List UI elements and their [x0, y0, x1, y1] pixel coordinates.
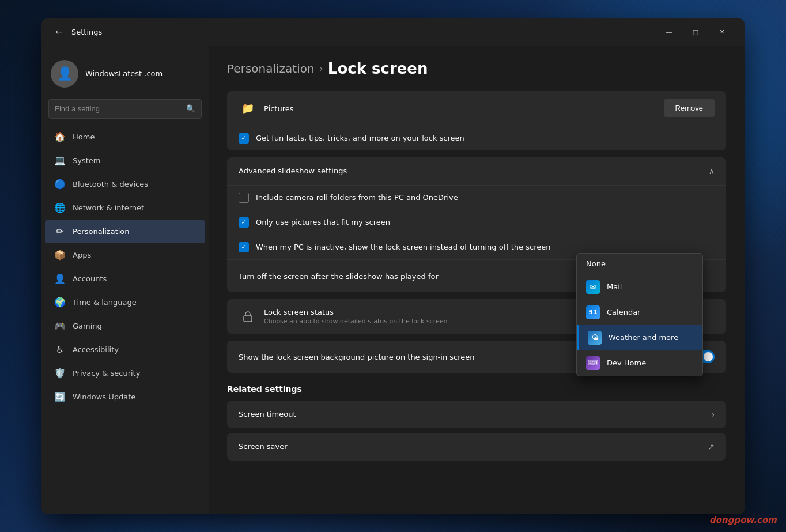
- slideshow-chevron: ∧: [709, 167, 715, 176]
- maximize-icon: □: [693, 28, 698, 36]
- sidebar: 👤 WindowsLatest .com 🔍 🏠 Home 💻 System 🔵…: [41, 46, 209, 514]
- screen-timeout-row[interactable]: Screen timeout ›: [227, 401, 726, 428]
- fun-facts-label: Get fun facts, tips, tricks, and more on…: [256, 134, 464, 142]
- sidebar-item-update[interactable]: 🔄 Windows Update: [45, 386, 205, 409]
- slideshow-header[interactable]: Advanced slideshow settings ∧: [227, 157, 726, 186]
- search-box[interactable]: 🔍: [48, 99, 202, 119]
- dropdown-devhome[interactable]: ⌨ Dev Home: [577, 350, 702, 376]
- nav-icon-privacy: 🛡️: [54, 368, 66, 379]
- pictures-section: 📁 Pictures Remove Get fun facts, tips, t…: [227, 91, 726, 150]
- dropdown-devhome-label: Dev Home: [607, 359, 646, 367]
- nav-label-accessibility: Accessibility: [73, 345, 119, 354]
- related-settings-header: Related settings: [227, 384, 726, 394]
- nav-icon-apps: 📦: [54, 250, 66, 261]
- minimize-icon: —: [666, 28, 672, 36]
- close-icon: ✕: [719, 28, 724, 36]
- screen-saver-label: Screen saver: [239, 442, 708, 451]
- main-layout: 👤 WindowsLatest .com 🔍 🏠 Home 💻 System 🔵…: [41, 46, 745, 514]
- sidebar-item-time[interactable]: 🌍 Time & language: [45, 291, 205, 314]
- settings-window: ← Settings — □ ✕ 👤 WindowsLatest .com: [41, 18, 745, 514]
- sidebar-item-bluetooth[interactable]: 🔵 Bluetooth & devices: [45, 173, 205, 196]
- sidebar-item-system[interactable]: 💻 System: [45, 149, 205, 172]
- sidebar-item-apps[interactable]: 📦 Apps: [45, 244, 205, 267]
- weather-app-icon: 🌤: [588, 331, 602, 345]
- minimize-button[interactable]: —: [656, 22, 682, 41]
- screen-saver-row[interactable]: Screen saver ↗: [227, 433, 726, 461]
- slideshow-section: Advanced slideshow settings ∧ Include ca…: [227, 157, 726, 292]
- screen-timeout-arrow: ›: [711, 410, 715, 419]
- sidebar-item-accounts[interactable]: 👤 Accounts: [45, 267, 205, 290]
- dropdown-mail-label: Mail: [607, 282, 622, 291]
- fun-facts-row: Get fun facts, tips, tricks, and more on…: [227, 126, 726, 150]
- sidebar-item-personalization[interactable]: ✏️ Personalization: [45, 220, 205, 243]
- fun-facts-checkbox[interactable]: [239, 133, 249, 144]
- nav-label-personalization: Personalization: [73, 227, 130, 236]
- nav-label-gaming: Gaming: [73, 322, 102, 330]
- avatar: 👤: [51, 60, 78, 88]
- titlebar-controls: — □ ✕: [656, 22, 735, 41]
- sidebar-item-gaming[interactable]: 🎮 Gaming: [45, 315, 205, 338]
- camera-roll-label: Include camera roll folders from this PC…: [256, 193, 458, 202]
- nav-icon-network: 🌐: [54, 202, 66, 214]
- inactive-row: When my PC is inactive, show the lock sc…: [227, 235, 726, 260]
- devhome-icon: ⌨: [586, 356, 600, 370]
- devhome-app-icon: ⌨: [586, 356, 600, 370]
- content-area: Personalization › Lock screen 📁 Pictures…: [209, 46, 745, 514]
- pictures-label-container: Pictures: [264, 103, 664, 114]
- nav-label-network: Network & internet: [73, 203, 144, 212]
- nav-icon-time: 🌍: [54, 297, 66, 308]
- weather-icon: 🌤: [588, 331, 602, 345]
- breadcrumb: Personalization › Lock screen: [227, 60, 726, 77]
- inactive-checkbox[interactable]: [239, 242, 249, 252]
- dropdown-calendar[interactable]: 31 Calendar: [577, 300, 702, 325]
- breadcrumb-current: Lock screen: [328, 60, 428, 77]
- nav-icon-system: 💻: [54, 155, 66, 167]
- pictures-row: 📁 Pictures Remove: [227, 91, 726, 126]
- sidebar-item-home[interactable]: 🏠 Home: [45, 126, 205, 149]
- sidebar-item-network[interactable]: 🌐 Network & internet: [45, 197, 205, 220]
- breadcrumb-parent[interactable]: Personalization: [227, 62, 315, 76]
- user-section: 👤 WindowsLatest .com: [41, 55, 209, 97]
- back-button[interactable]: ←: [51, 24, 67, 40]
- pictures-action: Remove: [664, 99, 715, 117]
- sidebar-item-accessibility[interactable]: ♿ Accessibility: [45, 338, 205, 361]
- fit-screen-label: Only use pictures that fit my screen: [256, 218, 390, 227]
- dropdown-calendar-label: Calendar: [607, 308, 640, 316]
- nav-label-accounts: Accounts: [73, 274, 107, 283]
- nav-icon-home: 🏠: [54, 131, 66, 143]
- pictures-label: Pictures: [264, 104, 293, 113]
- nav-icon-accounts: 👤: [54, 273, 66, 285]
- nav-label-update: Windows Update: [73, 393, 135, 401]
- search-icon: 🔍: [186, 104, 195, 113]
- nav-label-time: Time & language: [73, 298, 137, 307]
- screen-saver-ext: ↗: [708, 442, 715, 451]
- camera-roll-row: Include camera roll folders from this PC…: [227, 186, 726, 210]
- dropdown-none[interactable]: None: [577, 254, 702, 274]
- remove-button[interactable]: Remove: [664, 99, 715, 117]
- nav-icon-update: 🔄: [54, 391, 66, 403]
- close-button[interactable]: ✕: [709, 22, 735, 41]
- lock-status-dropdown: None ✉ Mail 31 Cale: [576, 253, 703, 376]
- titlebar: ← Settings — □ ✕: [41, 18, 745, 46]
- inactive-label: When my PC is inactive, show the lock sc…: [256, 243, 550, 251]
- nav-label-privacy: Privacy & security: [73, 369, 140, 378]
- user-name: WindowsLatest .com: [85, 69, 163, 78]
- nav-icon-accessibility: ♿: [54, 344, 66, 356]
- camera-roll-checkbox[interactable]: [239, 193, 249, 203]
- svg-rect-0: [244, 316, 252, 322]
- fit-screen-checkbox[interactable]: [239, 217, 249, 228]
- nav-container: 🏠 Home 💻 System 🔵 Bluetooth & devices 🌐 …: [41, 126, 209, 409]
- maximize-button[interactable]: □: [682, 22, 709, 41]
- pictures-icon: 📁: [239, 99, 257, 118]
- nav-icon-personalization: ✏️: [54, 226, 66, 237]
- nav-label-apps: Apps: [73, 251, 91, 259]
- dropdown-weather[interactable]: 🌤 Weather and more: [577, 325, 702, 350]
- back-icon: ←: [55, 27, 62, 36]
- nav-label-bluetooth: Bluetooth & devices: [73, 180, 148, 188]
- dropdown-mail[interactable]: ✉ Mail: [577, 274, 702, 300]
- nav-label-home: Home: [73, 133, 95, 141]
- sidebar-item-privacy[interactable]: 🛡️ Privacy & security: [45, 362, 205, 385]
- calendar-app-icon: 31: [586, 305, 600, 319]
- breadcrumb-separator: ›: [319, 62, 323, 74]
- search-input[interactable]: [55, 104, 186, 113]
